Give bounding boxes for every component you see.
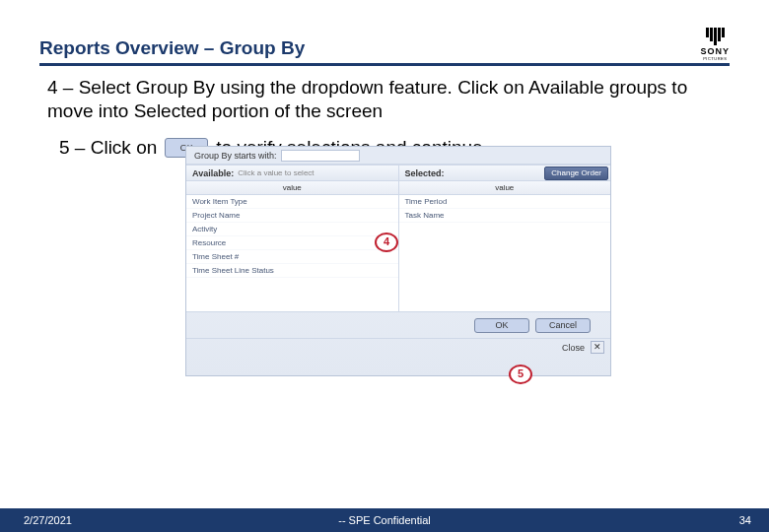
sony-logo: SONY PICTURES	[700, 28, 730, 61]
list-item[interactable]: Time Sheet #	[186, 250, 398, 264]
list-item[interactable]: Activity	[186, 223, 398, 236]
dialog-footer: Close ✕	[186, 338, 610, 356]
selected-list: Time Period Task Name	[399, 195, 611, 311]
step-5-text-a: 5 – Click on	[59, 137, 157, 159]
logo-text: SONY	[700, 46, 730, 56]
list-item[interactable]: Task Name	[399, 209, 611, 223]
starts-with-input[interactable]	[281, 150, 360, 162]
callout-4: 4	[375, 233, 398, 252]
starts-with-label: Group By starts with:	[194, 151, 277, 161]
close-label: Close	[562, 343, 585, 353]
available-hint: Click a value to select	[238, 168, 314, 177]
cancel-button[interactable]: Cancel	[535, 318, 591, 333]
slide-footer: 2/27/2021 -- SPE Confidential 34	[0, 508, 769, 532]
logo-subtext: PICTURES	[703, 56, 727, 61]
selected-label: Selected:	[405, 168, 445, 178]
dialog-button-row: OK Cancel	[186, 312, 610, 338]
ok-button[interactable]: OK	[474, 318, 529, 333]
available-value-header: value	[186, 181, 398, 195]
available-header: Available: Click a value to select	[186, 166, 398, 181]
slide-header: Reports Overview – Group By SONY PICTURE…	[39, 28, 730, 66]
groupby-dialog: Group By starts with: Available: Click a…	[185, 146, 611, 376]
footer-confidential: -- SPE Confidential	[338, 514, 431, 526]
footer-date: 2/27/2021	[24, 514, 72, 526]
change-order-button[interactable]: Change Order	[544, 166, 608, 180]
available-label: Available:	[192, 168, 234, 178]
callout-5: 5	[509, 365, 532, 384]
list-item[interactable]: Work Item Type	[186, 195, 398, 209]
selected-value-header: value	[399, 181, 611, 195]
list-item[interactable]: Resource	[186, 236, 398, 250]
step-4-text: 4 – Select Group By using the dropdown f…	[47, 76, 730, 123]
list-item[interactable]: Time Sheet Line Status	[186, 264, 398, 278]
available-column: Available: Click a value to select value…	[186, 166, 399, 311]
list-item[interactable]: Project Name	[186, 209, 398, 223]
logo-bars-icon	[706, 28, 725, 45]
available-list: Work Item Type Project Name Activity Res…	[186, 195, 398, 311]
close-icon[interactable]: ✕	[591, 341, 604, 354]
slide-title: Reports Overview – Group By	[39, 37, 305, 59]
footer-page-number: 34	[739, 514, 751, 526]
starts-with-row: Group By starts with:	[186, 147, 610, 165]
list-item[interactable]: Time Period	[399, 195, 611, 209]
selected-column: Selected: Change Order value Time Period…	[399, 166, 611, 311]
selected-header: Selected: Change Order	[399, 166, 611, 181]
